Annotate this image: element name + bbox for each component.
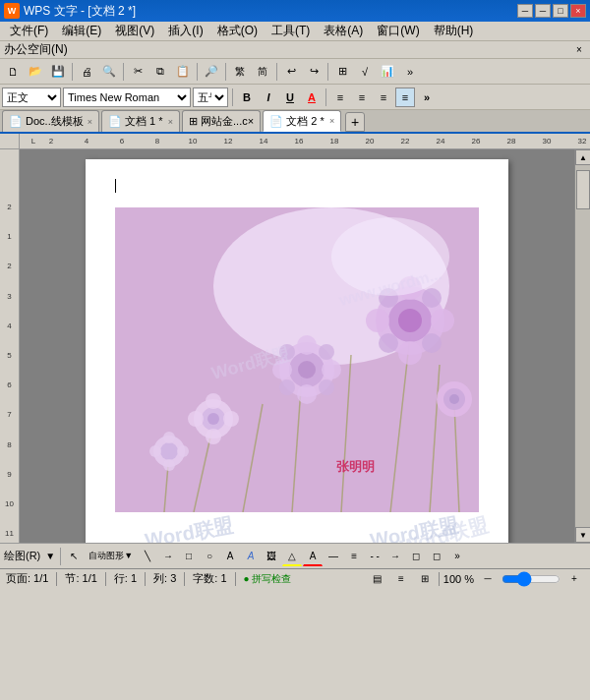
menu-insert[interactable]: 插入(I) xyxy=(162,22,208,40)
more-draw-button[interactable]: » xyxy=(447,547,467,566)
style-select[interactable]: 正文 xyxy=(2,88,61,107)
align-left-button[interactable]: ≡ xyxy=(330,88,350,107)
tab-doc-template[interactable]: 📄 Doc..线模板 × xyxy=(2,110,99,132)
clip-art-button[interactable]: 🖼 xyxy=(262,547,281,566)
menu-window[interactable]: 窗口(W) xyxy=(371,22,425,40)
tab-bar: 📄 Doc..线模板 × 📄 文档 1 * × ⊞ 网站金...c× 📄 文档 … xyxy=(0,110,590,134)
align-justify-button[interactable]: ≡ xyxy=(395,88,415,107)
ruler-mark: 12 xyxy=(219,137,237,146)
menu-table[interactable]: 表格(A) xyxy=(318,22,369,40)
print-button[interactable]: 🖨 xyxy=(76,61,97,83)
minimize-button[interactable]: ─ xyxy=(517,4,533,18)
ruler-mark xyxy=(308,137,325,146)
tab-doc1[interactable]: 📄 文档 1 * × xyxy=(101,110,180,132)
ruler-mark: 18 xyxy=(325,137,343,146)
new-button[interactable]: 🗋 xyxy=(2,61,24,83)
view-outline-button[interactable]: ≡ xyxy=(391,571,411,587)
paste-button[interactable]: 📋 xyxy=(172,61,194,83)
ruler-mark xyxy=(60,137,78,146)
line-style-button[interactable]: ≡ xyxy=(344,547,364,566)
scroll-down-button[interactable]: ▼ xyxy=(575,527,590,543)
office-label[interactable]: 办公空间(N) xyxy=(4,41,68,58)
tab-doc2[interactable]: 📄 文档 2 * × xyxy=(263,110,341,132)
redo-button[interactable]: ↪ xyxy=(303,61,324,83)
font-select[interactable]: Times New Roman xyxy=(63,88,191,107)
undo-button[interactable]: ↩ xyxy=(280,61,302,83)
svg-point-18 xyxy=(422,288,442,308)
more-format-button[interactable]: » xyxy=(417,88,437,107)
cut-button[interactable]: ✂ xyxy=(127,61,148,83)
dash-style-button[interactable]: - - xyxy=(365,547,384,566)
cursor-tool[interactable]: ↖ xyxy=(64,547,84,566)
save-button[interactable]: 💾 xyxy=(47,61,69,83)
zoom-slider[interactable] xyxy=(502,573,560,585)
menu-help[interactable]: 帮助(H) xyxy=(428,22,480,40)
line-color-button[interactable]: — xyxy=(324,547,343,566)
rect-tool[interactable]: □ xyxy=(179,547,199,566)
bold-button[interactable]: B xyxy=(237,88,257,107)
underline-button[interactable]: U xyxy=(280,88,300,107)
menu-file[interactable]: 文件(F) xyxy=(4,22,54,40)
close-button[interactable]: × xyxy=(570,4,586,18)
status-right: ▤ ≡ ⊞ 100 % ─ + xyxy=(368,571,584,587)
tab-website[interactable]: ⊞ 网站金...c× xyxy=(182,110,261,132)
col-status: 列: 3 xyxy=(153,571,176,586)
简繁-button[interactable]: 简 xyxy=(252,61,273,83)
status-separator xyxy=(105,572,106,586)
find-button[interactable]: 🔎 xyxy=(201,61,222,83)
textbox-tool[interactable]: A xyxy=(220,547,240,566)
arrow-tool[interactable]: → xyxy=(158,547,178,566)
size-select[interactable]: 五号 xyxy=(193,88,228,107)
menu-view[interactable]: 视图(V) xyxy=(109,22,160,40)
chart-button[interactable]: 📊 xyxy=(377,61,398,83)
tab-close-icon[interactable]: × xyxy=(88,117,92,127)
spelling-status[interactable]: ● 拼写检查 xyxy=(244,572,292,586)
tab-add-button[interactable]: + xyxy=(345,112,365,132)
view-normal-button[interactable]: ▤ xyxy=(368,571,387,587)
shadow-button[interactable]: ◻ xyxy=(406,547,426,566)
more-button[interactable]: » xyxy=(399,61,421,83)
view-web-button[interactable]: ⊞ xyxy=(415,571,435,587)
menu-tools[interactable]: 工具(T) xyxy=(266,22,316,40)
scroll-up-button[interactable]: ▲ xyxy=(575,149,590,165)
maximize-button[interactable]: □ xyxy=(553,4,568,18)
svg-point-15 xyxy=(366,309,389,332)
oval-tool[interactable]: ○ xyxy=(200,547,219,566)
zoom-plus-button[interactable]: + xyxy=(564,571,584,587)
copy-button[interactable]: ⧉ xyxy=(149,61,171,83)
line-tool[interactable]: ╲ xyxy=(138,547,157,566)
3d-button[interactable]: ◻ xyxy=(427,547,446,566)
tab-close-icon[interactable]: × xyxy=(168,117,173,127)
font-color-button[interactable]: A xyxy=(302,88,322,107)
tab-close-icon[interactable]: × xyxy=(329,116,334,126)
ruler-mark: 30 xyxy=(538,137,556,146)
font-color-draw-button[interactable]: A xyxy=(303,547,323,566)
doc-area[interactable]: www.wordm... Word联盟 Word联盟 Word联盟 Word联盟… xyxy=(20,149,574,543)
svg-point-41 xyxy=(163,432,175,443)
fill-color-button[interactable]: △ xyxy=(282,547,302,566)
open-button[interactable]: 📂 xyxy=(25,61,46,83)
繁简-button[interactable]: 繁 xyxy=(229,61,251,83)
menu-edit[interactable]: 编辑(E) xyxy=(56,22,107,40)
v-ruler-mark: 6 xyxy=(7,377,11,394)
ruler-mark: 28 xyxy=(502,137,520,146)
scroll-thumb[interactable] xyxy=(576,170,590,209)
wordart-tool[interactable]: A xyxy=(241,547,261,566)
auto-shape-button[interactable]: 自动图形▼ xyxy=(85,547,137,566)
float-button[interactable]: ─ xyxy=(535,4,551,18)
align-right-button[interactable]: ≡ xyxy=(374,88,393,107)
table-button[interactable]: ⊞ xyxy=(331,61,353,83)
ruler-corner[interactable] xyxy=(0,134,20,149)
menu-format[interactable]: 格式(O) xyxy=(211,22,264,40)
zoom-minus-button[interactable]: ─ xyxy=(478,571,498,587)
toolbar-separator-2 xyxy=(123,63,124,81)
svg-point-47 xyxy=(449,394,459,404)
scroll-track[interactable] xyxy=(575,165,590,527)
arrow-style-button[interactable]: → xyxy=(385,547,405,566)
office-close-button[interactable]: × xyxy=(572,43,586,57)
ruler-mark xyxy=(449,137,467,146)
formula-button[interactable]: √ xyxy=(354,61,376,83)
align-center-button[interactable]: ≡ xyxy=(352,88,372,107)
print-preview-button[interactable]: 🔍 xyxy=(98,61,120,83)
italic-button[interactable]: I xyxy=(259,88,278,107)
